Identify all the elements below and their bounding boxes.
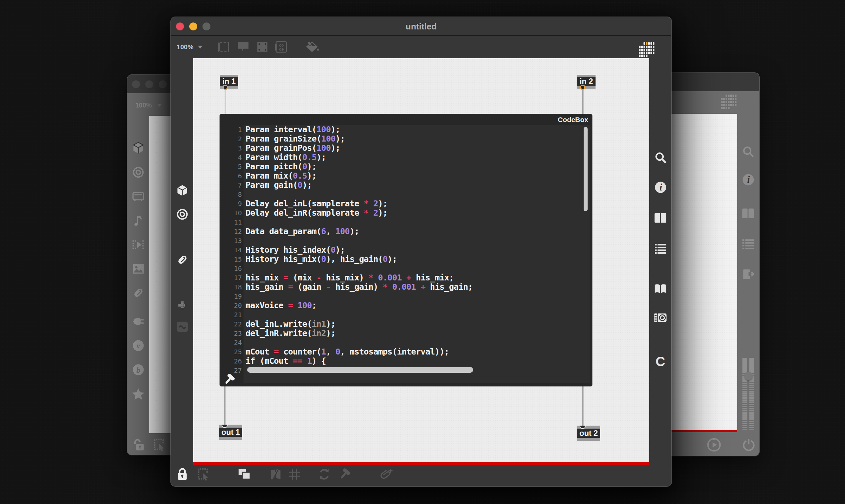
add-plus-icon[interactable] (174, 297, 190, 313)
split-columns-icon[interactable] (652, 210, 668, 226)
attach-paperclip-icon[interactable] (130, 285, 146, 301)
code-line[interactable]: 5Param pitch(0); (220, 162, 592, 171)
list-icon[interactable] (740, 236, 756, 252)
search-icon[interactable] (652, 149, 668, 165)
fader-knob[interactable] (744, 372, 753, 380)
code-line[interactable]: 10Delay del_inR(samplerate * 2); (220, 208, 592, 218)
code-line[interactable]: 23del_inR.write(in2); (220, 329, 592, 338)
svg-text:i: i (747, 174, 750, 184)
b-badge-icon[interactable]: b (130, 362, 146, 378)
code-line[interactable]: 8 (220, 190, 592, 199)
top-toolbar: 100% code (171, 36, 671, 58)
code-line[interactable]: 11 (220, 218, 592, 227)
code-line[interactable]: 4Param width(0.5); (220, 153, 592, 162)
tilde-operator-icon[interactable] (174, 319, 190, 335)
list-icon[interactable] (652, 241, 668, 257)
code-line[interactable]: 14History his_index(0); (220, 246, 592, 255)
gen-canvas[interactable]: in 1 in 2 out 1 out 2 CodeBox 1Param int… (193, 58, 649, 462)
lock-icon[interactable] (174, 466, 190, 482)
codebox-icon[interactable]: code (273, 39, 289, 55)
c-export-icon[interactable]: C (652, 354, 668, 370)
gen-patcher-window[interactable]: untitled 100% code in 1 in 2 out 1 (171, 17, 671, 486)
patch-cord[interactable] (582, 87, 584, 115)
power-icon[interactable] (741, 437, 757, 453)
line-number: 7 (220, 181, 242, 190)
code-line[interactable]: 22del_inL.write(in1); (220, 320, 592, 329)
comment-icon[interactable] (235, 39, 251, 55)
minimize-button[interactable] (145, 80, 153, 88)
codebox-object[interactable]: CodeBox 1Param interval(100);2Param grai… (220, 114, 592, 386)
toolbar-drawer-grid-icon[interactable] (638, 42, 655, 58)
hammer-icon[interactable] (336, 466, 352, 482)
outlet[interactable] (580, 85, 585, 90)
unlock-icon[interactable] (131, 437, 147, 453)
patch-cord[interactable] (582, 385, 584, 427)
code-line[interactable]: 24 (220, 338, 592, 347)
code-line[interactable]: 19 (220, 292, 592, 301)
power-plug-icon[interactable] (130, 313, 146, 329)
toolbar-drawer-grid-icon[interactable] (721, 94, 737, 110)
horizontal-scrollbar[interactable] (247, 367, 473, 373)
code-line[interactable]: 6Param mix(0.5); (220, 171, 592, 181)
select-cursor-icon[interactable] (151, 437, 167, 453)
export-page-icon[interactable] (740, 266, 756, 282)
outlet[interactable] (223, 85, 228, 90)
object-cube-icon[interactable] (130, 140, 146, 156)
info-icon[interactable]: i (740, 172, 756, 187)
image-icon[interactable] (130, 261, 146, 277)
zoom-level-dropdown[interactable]: 100% (177, 43, 203, 51)
patch-cord[interactable] (224, 385, 226, 426)
audio-play-icon[interactable] (706, 437, 722, 453)
target-circles-icon[interactable] (130, 164, 146, 180)
compile-hammer-icon[interactable] (222, 373, 235, 386)
zoom-button[interactable] (159, 80, 167, 88)
snapshot-camera-icon[interactable] (652, 309, 668, 325)
code-line[interactable]: 25mCout = counter(1, 0, mstosamps(interv… (220, 347, 592, 357)
grid-icon[interactable] (286, 466, 302, 482)
out-2-object[interactable]: out 2 (577, 426, 600, 441)
object-box-icon[interactable] (216, 39, 232, 55)
split-columns-icon[interactable] (740, 205, 756, 221)
music-note-icon[interactable] (130, 213, 146, 229)
code-line[interactable]: 20maxVoice = 100; (220, 301, 592, 310)
code-line[interactable]: 15History his_mix(0), his_gain(0); (220, 255, 592, 264)
code-line[interactable]: 3Param grainPos(100); (220, 144, 592, 153)
in-1-object[interactable]: in 1 (220, 75, 238, 89)
code-line[interactable]: 17his_mix = (mix - his_mix) * 0.001 + hi… (220, 273, 592, 283)
code-line[interactable]: 2Param grainSize(100); (220, 134, 592, 144)
select-cursor-icon[interactable] (195, 466, 211, 482)
reference-book-icon[interactable] (652, 281, 668, 297)
v-badge-icon[interactable]: v (130, 338, 146, 354)
no-connections-icon[interactable] (268, 466, 284, 482)
blank-patcher-icon[interactable] (254, 39, 270, 55)
star-icon[interactable] (130, 386, 146, 402)
in-2-object[interactable]: in 2 (577, 75, 596, 89)
info-icon[interactable]: i (652, 179, 668, 195)
target-circles-icon[interactable] (174, 206, 190, 222)
reload-icon[interactable] (316, 466, 332, 482)
object-cube-icon[interactable] (174, 183, 190, 198)
console-drawer-icon[interactable] (130, 188, 146, 204)
titlebar[interactable]: untitled (171, 17, 671, 35)
attach-plus-icon[interactable] (378, 466, 394, 482)
code-line[interactable]: 21 (220, 310, 592, 320)
patcher-edit-red-line (193, 462, 649, 465)
animation-play-icon[interactable] (130, 237, 146, 253)
code-line[interactable]: 1Param interval(100); (220, 125, 592, 134)
attach-paperclip-icon[interactable] (174, 252, 190, 268)
paint-bucket-icon[interactable] (305, 39, 321, 55)
code-line[interactable]: 16 (220, 264, 592, 273)
presentation-layers-icon[interactable] (236, 466, 252, 482)
code-line[interactable]: 13 (220, 236, 592, 246)
zoom-level-dropdown[interactable]: 100% (135, 102, 162, 109)
code-line[interactable]: 7Param gain(0); (220, 181, 592, 190)
code-line[interactable]: 9Delay del_inL(samplerate * 2); (220, 199, 592, 208)
code-line[interactable]: 12Data data_param(6, 100); (220, 227, 592, 236)
close-button[interactable] (132, 80, 140, 88)
vertical-scrollbar[interactable] (584, 127, 587, 211)
code-line[interactable]: 26if (mCout == 1) { (220, 357, 592, 366)
out-1-object[interactable]: out 1 (219, 425, 242, 440)
search-icon[interactable] (740, 144, 756, 159)
patch-cord[interactable] (225, 87, 226, 115)
code-line[interactable]: 18his_gain = (gain - his_gain) * 0.001 +… (220, 283, 592, 292)
